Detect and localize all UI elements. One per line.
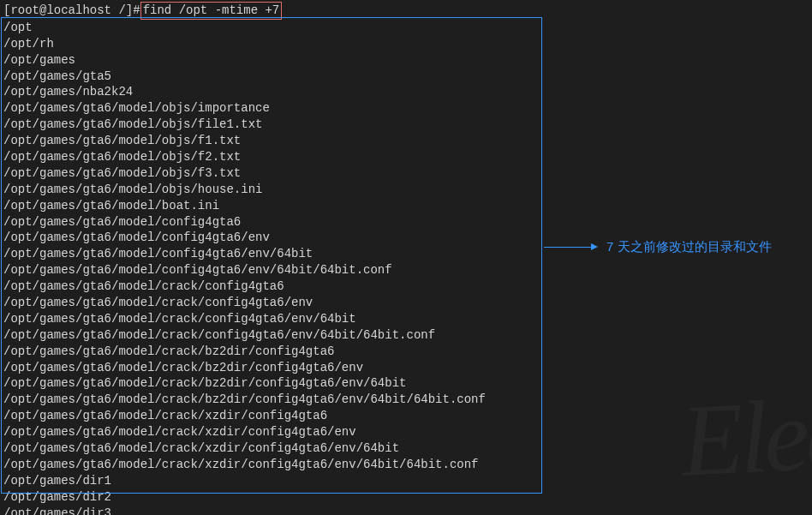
output-line: /opt/games/dir1 — [3, 473, 809, 489]
output-line: /opt/games/gta6/model/config4gta6 — [3, 214, 809, 231]
annotation-arrow: 7 天之前修改过的目录和文件 — [544, 238, 772, 255]
output-line: /opt/games/gta6/model/objs/importance — [3, 100, 809, 117]
output-line: /opt/games/gta6/model/objs/f3.txt — [3, 165, 809, 182]
output-line: /opt — [3, 20, 809, 36]
output-line: /opt/games/nba2k24 — [3, 84, 809, 100]
output-line: /opt/games/dir3 — [3, 506, 809, 515]
output-line: /opt/games/gta6/model/crack/config4gta6 — [3, 278, 809, 295]
terminal-window[interactable]: [root@localhost /]# find /opt -mtime +7 … — [0, 0, 812, 515]
output-line: /opt/games — [3, 52, 809, 69]
output-line: /opt/games/gta6/model/crack/bz2dir/confi… — [3, 392, 809, 408]
output-line: /opt/games/gta6/model/crack/xzdir/config… — [3, 424, 809, 440]
shell-prompt: [root@localhost /]# — [3, 3, 140, 19]
output-line: /opt/games/gta6/model/crack/bz2dir/confi… — [3, 360, 809, 376]
output-line: /opt/games/gta6/model/crack/xzdir/config… — [3, 408, 809, 424]
output-line: /opt/games/gta6/model/crack/bz2dir/confi… — [3, 344, 809, 360]
command-highlight: find /opt -mtime +7 — [140, 2, 283, 20]
output-line: /opt/games/gta6/model/crack/bz2dir/confi… — [3, 375, 809, 392]
arrow-line — [544, 247, 591, 248]
output-line: /opt/games/gta6/model/crack/xzdir/config… — [3, 440, 809, 457]
output-line: /opt/rh — [3, 36, 809, 52]
output-line: /opt/games/gta6/model/config4gta6/env/64… — [3, 262, 809, 278]
prompt-line-1: [root@localhost /]# find /opt -mtime +7 — [3, 2, 809, 20]
arrow-head-icon — [591, 243, 598, 250]
output-line: /opt/games/gta6/model/crack/config4gta6/… — [3, 295, 809, 311]
output-line: /opt/games/gta6/model/boat.ini — [3, 198, 809, 214]
output-line: /opt/games/gta6/model/crack/config4gta6/… — [3, 311, 809, 327]
output-line: /opt/games/gta6/model/objs/house.ini — [3, 182, 809, 198]
output-line: /opt/games/dir2 — [3, 489, 809, 506]
output-line: /opt/games/gta6/model/crack/xzdir/config… — [3, 457, 809, 473]
output-line: /opt/games/gta6/model/objs/f1.txt — [3, 133, 809, 149]
output-line: /opt/games/gta6/model/objs/f2.txt — [3, 149, 809, 165]
output-line: /opt/games/gta6/model/crack/config4gta6/… — [3, 327, 809, 344]
command-output: /opt/opt/rh/opt/games/opt/games/gta5/opt… — [3, 20, 809, 515]
output-line: /opt/games/gta6/model/objs/file1.txt — [3, 117, 809, 133]
output-line: /opt/games/gta5 — [3, 69, 809, 85]
annotation-text: 7 天之前修改过的目录和文件 — [606, 238, 772, 255]
